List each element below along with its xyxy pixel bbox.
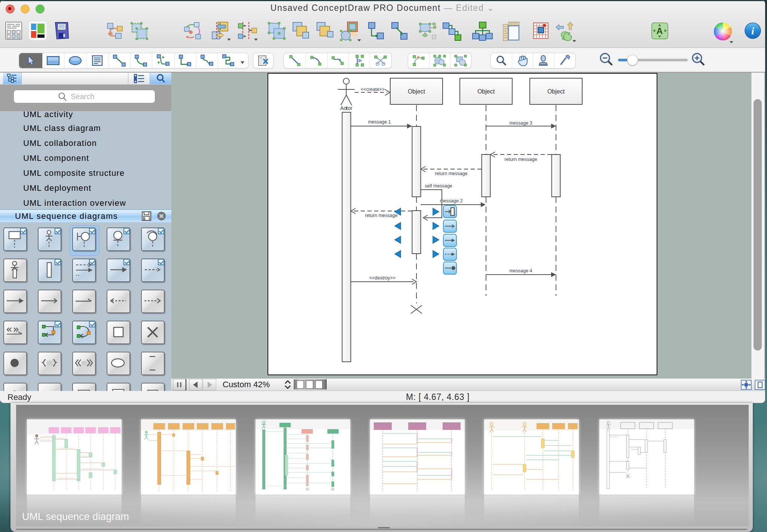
svg-text:Object: Object (547, 88, 565, 95)
svg-text:Object: Object (408, 88, 425, 95)
svg-text:return message: return message (505, 157, 537, 162)
svg-text:return message: return message (365, 213, 398, 218)
svg-text:return message: return message (435, 171, 468, 176)
svg-text:message 1: message 1 (368, 119, 391, 125)
svg-text:<<destroy>>: <<destroy>> (369, 275, 395, 281)
svg-text:message 2: message 2 (440, 198, 462, 204)
svg-text:Actor: Actor (340, 105, 352, 111)
svg-text:<<create>>: <<create>> (361, 87, 385, 92)
svg-text:A: A (656, 26, 663, 36)
svg-text:message 3: message 3 (509, 120, 532, 126)
svg-text:self message: self message (425, 183, 452, 189)
svg-text:Object: Object (477, 88, 495, 95)
svg-text:message 4: message 4 (509, 268, 532, 273)
svg-text:Search: Search (71, 92, 94, 101)
svg-text:i: i (751, 25, 754, 37)
